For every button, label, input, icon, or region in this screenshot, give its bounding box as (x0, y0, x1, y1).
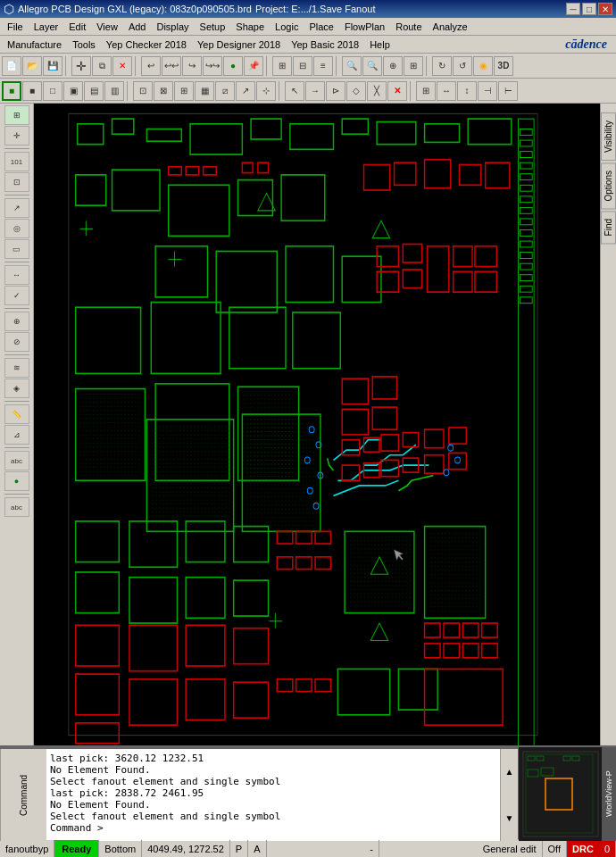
tb2-14[interactable]: ◇ (346, 81, 366, 101)
tb-refresh[interactable]: ↻ (432, 56, 452, 76)
lt-text[interactable]: 101 (4, 152, 29, 171)
menu-flowplan[interactable]: FlowPlan (339, 20, 390, 34)
tb-highlight[interactable]: ◉ (473, 56, 493, 76)
menu-yep-designer[interactable]: Yep Designer 2018 (192, 37, 286, 52)
lt-select[interactable]: ⊞ (4, 105, 29, 125)
tb-3d[interactable]: 3D (494, 56, 513, 76)
maximize-button[interactable]: □ (582, 3, 596, 15)
tb2-6[interactable]: ▥ (104, 81, 124, 101)
find-tab[interactable]: Find (601, 211, 616, 244)
title-content: ⬡ Allegro PCB Design GXL (legacy): 083z0… (4, 2, 375, 16)
tb2-9[interactable]: ⊞ (174, 81, 194, 101)
menu-shape[interactable]: Shape (230, 20, 270, 34)
lt-move[interactable]: ✛ (4, 126, 29, 146)
tb2-grid3[interactable]: ⊞ (416, 81, 436, 101)
menu-manufacture[interactable]: Manufacture (2, 37, 67, 52)
lt-via[interactable]: ◎ (4, 219, 29, 238)
tb2-19[interactable]: ⊣ (478, 81, 497, 101)
status-coords: 4049.49, 1272.52 (142, 840, 230, 857)
tb2-arrow[interactable]: → (305, 81, 325, 101)
tb-layers[interactable]: ≡ (313, 56, 333, 76)
menu-logic[interactable]: Logic (270, 20, 304, 34)
tb-refresh2[interactable]: ↺ (453, 56, 472, 76)
tb-new[interactable]: 📄 (2, 56, 21, 76)
tb2-2[interactable]: ■ (22, 81, 42, 101)
tb2-1[interactable]: ■ (2, 81, 21, 101)
menu-edit[interactable]: Edit (63, 20, 91, 34)
tb-undo[interactable]: ↩ (141, 56, 161, 76)
tb2-15[interactable]: ╳ (367, 81, 387, 101)
menu-view[interactable]: View (91, 20, 123, 34)
tb-zoom-out[interactable]: 🔍 (362, 56, 382, 76)
lt-abc2[interactable]: abc (4, 497, 29, 517)
lt-zoom[interactable]: ⊕ (4, 312, 29, 331)
lt-3d[interactable]: ◈ (4, 379, 29, 398)
tb2-4[interactable]: ▣ (63, 81, 83, 101)
menu-route[interactable]: Route (390, 20, 427, 34)
status-p[interactable]: P (230, 840, 248, 857)
scroll-up-button[interactable]: ▲ (501, 749, 518, 795)
title-controls[interactable]: ─ □ ✕ (566, 3, 612, 15)
status-a[interactable]: A (248, 840, 266, 857)
tb-redo[interactable]: ↪ (182, 56, 202, 76)
lt-dim[interactable]: ↔ (4, 265, 29, 285)
command-scrollbar[interactable]: ▲ ▼ (500, 749, 518, 841)
tb2-10[interactable]: ▦ (195, 81, 214, 101)
tb2-18[interactable]: ↕ (457, 81, 477, 101)
tb2-route[interactable]: ↗ (236, 81, 255, 101)
tb-grid[interactable]: ⊞ (272, 56, 292, 76)
lt-check[interactable]: ✓ (4, 286, 29, 305)
lt-net[interactable]: ≋ (4, 358, 29, 378)
tb2-17[interactable]: ↔ (437, 81, 456, 101)
tb2-20[interactable]: ⊢ (498, 81, 518, 101)
tb2-7[interactable]: ⊡ (133, 81, 153, 101)
tb-zoom-box[interactable]: ⊞ (404, 56, 423, 76)
menu-layer[interactable]: Layer (29, 20, 64, 34)
tb2-11[interactable]: ⧄ (215, 81, 235, 101)
lt-shape[interactable]: ▭ (4, 239, 29, 259)
close-button[interactable]: ✕ (598, 3, 612, 15)
tb-undo2[interactable]: ↩↩ (162, 56, 181, 76)
tb-copy[interactable]: ⧉ (92, 56, 112, 76)
menu-analyze[interactable]: Analyze (428, 20, 473, 34)
pcb-canvas-area[interactable] (34, 104, 600, 745)
lt-component[interactable]: ⊡ (4, 172, 29, 192)
tb2-select[interactable]: ↖ (285, 81, 304, 101)
menu-yep-basic[interactable]: Yep Basic 2018 (286, 37, 364, 52)
menu-tools[interactable]: Tools (67, 37, 101, 52)
tb-zoom-in[interactable]: 🔍 (342, 56, 362, 76)
tb2-8[interactable]: ⊠ (154, 81, 173, 101)
tb-redo2[interactable]: ↪↪ (203, 56, 222, 76)
menu-display[interactable]: Display (151, 20, 194, 34)
tb2-5[interactable]: ▤ (84, 81, 104, 101)
tb-open[interactable]: 📂 (22, 56, 42, 76)
tb-save[interactable]: 💾 (43, 56, 62, 76)
minimize-button[interactable]: ─ (566, 3, 580, 15)
lt-meas[interactable]: 📏 (4, 404, 29, 424)
tb-green[interactable]: ● (223, 56, 243, 76)
lt-circle[interactable]: ● (4, 471, 29, 491)
tb-delete[interactable]: ✕ (112, 56, 132, 76)
visibility-tab[interactable]: Visibility (601, 112, 616, 161)
lt-abc[interactable]: abc (4, 451, 29, 470)
tb-zoom-fit[interactable]: ⊕ (383, 56, 403, 76)
tb-pin[interactable]: 📌 (244, 56, 263, 76)
tb-grid2[interactable]: ⊟ (293, 56, 312, 76)
menu-yep-checker[interactable]: Yep Checker 2018 (101, 37, 192, 52)
menu-add[interactable]: Add (123, 20, 152, 34)
lt-zoom2[interactable]: ⊘ (4, 332, 29, 352)
command-output[interactable]: last pick: 3620.12 1232.51 No Element Fo… (46, 749, 500, 841)
lt-prop[interactable]: ⊿ (4, 425, 29, 445)
tb2-3[interactable]: □ (43, 81, 62, 101)
menu-setup[interactable]: Setup (195, 20, 231, 34)
menu-place[interactable]: Place (304, 20, 339, 34)
menu-file[interactable]: File (2, 20, 29, 34)
scroll-down-button[interactable]: ▼ (501, 795, 518, 842)
options-tab[interactable]: Options (601, 162, 616, 209)
tb2-12[interactable]: ⊹ (256, 81, 276, 101)
lt-route[interactable]: ↗ (4, 198, 29, 218)
tb-move[interactable]: ✛ (71, 56, 91, 76)
tb2-13[interactable]: ⊳ (326, 81, 345, 101)
menu-help[interactable]: Help (364, 37, 395, 52)
tb2-16[interactable]: ✕ (387, 81, 407, 101)
